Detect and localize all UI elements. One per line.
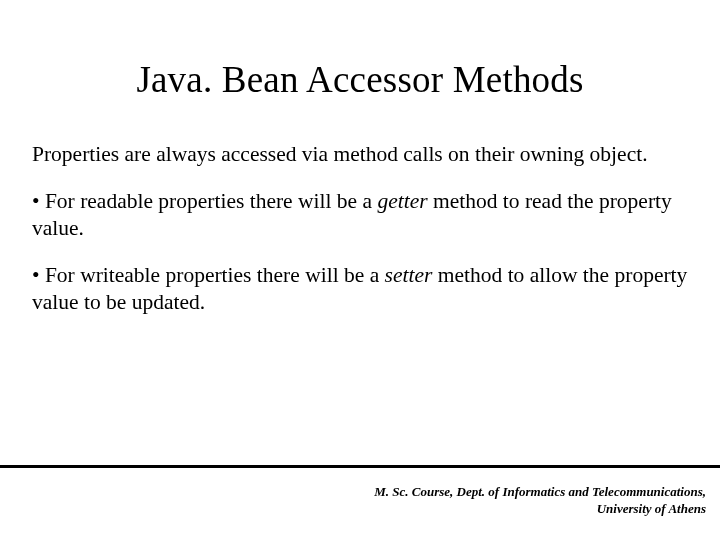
bullet-item: • For readable properties there will be … [32,188,688,242]
footer-divider [0,465,720,468]
bullet-text-prefix: • For readable properties there will be … [32,189,377,213]
intro-paragraph: Properties are always accessed via metho… [32,141,688,168]
slide-body: Properties are always accessed via metho… [0,101,720,315]
bullet-emphasis: setter [385,263,433,287]
slide-title: Java. Bean Accessor Methods [0,0,720,101]
footer-line-1: M. Sc. Course, Dept. of Informatics and … [374,483,706,501]
bullet-text-prefix: • For writeable properties there will be… [32,263,385,287]
bullet-emphasis: getter [377,189,427,213]
bullet-item: • For writeable properties there will be… [32,262,688,316]
footer-line-2: University of Athens [374,500,706,518]
slide: Java. Bean Accessor Methods Properties a… [0,0,720,540]
footer: M. Sc. Course, Dept. of Informatics and … [374,483,706,518]
